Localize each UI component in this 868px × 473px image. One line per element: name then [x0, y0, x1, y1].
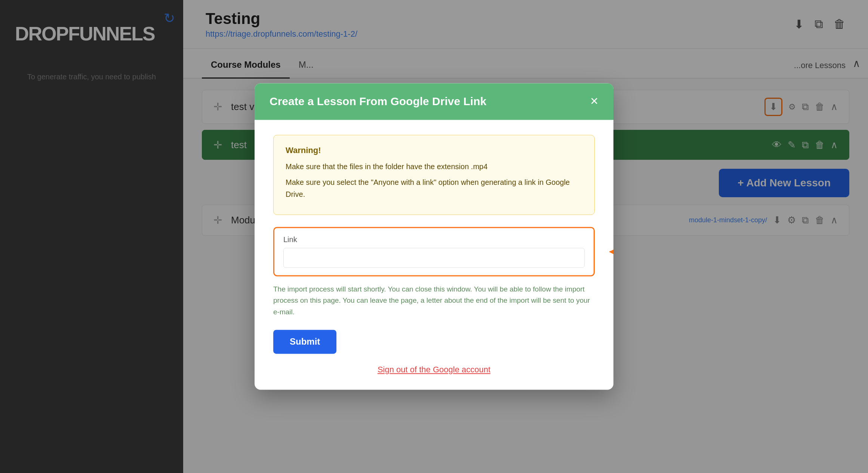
modal-close-button[interactable]: ✕ [590, 96, 598, 107]
warning-line1: Make sure that the files in the folder h… [286, 161, 582, 173]
link-input-wrapper: Link [273, 227, 595, 276]
link-label: Link [283, 235, 585, 244]
signout-link[interactable]: Sign out of the Google account [273, 365, 595, 375]
modal-body: Warning! Make sure that the files in the… [255, 120, 613, 390]
modal-header: Create a Lesson From Google Drive Link ✕ [255, 83, 613, 120]
arrow-head [609, 248, 613, 255]
link-input-group: Link [273, 227, 595, 276]
warning-box: Warning! Make sure that the files in the… [273, 135, 595, 215]
warning-line2: Make sure you select the "Anyone with a … [286, 176, 582, 200]
arrow-annotation [610, 251, 613, 252]
warning-title: Warning! [286, 146, 582, 155]
modal-dialog: Create a Lesson From Google Drive Link ✕… [255, 83, 613, 390]
modal-title: Create a Lesson From Google Drive Link [270, 95, 486, 108]
submit-button[interactable]: Submit [273, 330, 336, 354]
link-input[interactable] [283, 248, 585, 268]
arrow-line [610, 251, 613, 252]
info-text: The import process will start shortly. Y… [273, 284, 595, 318]
